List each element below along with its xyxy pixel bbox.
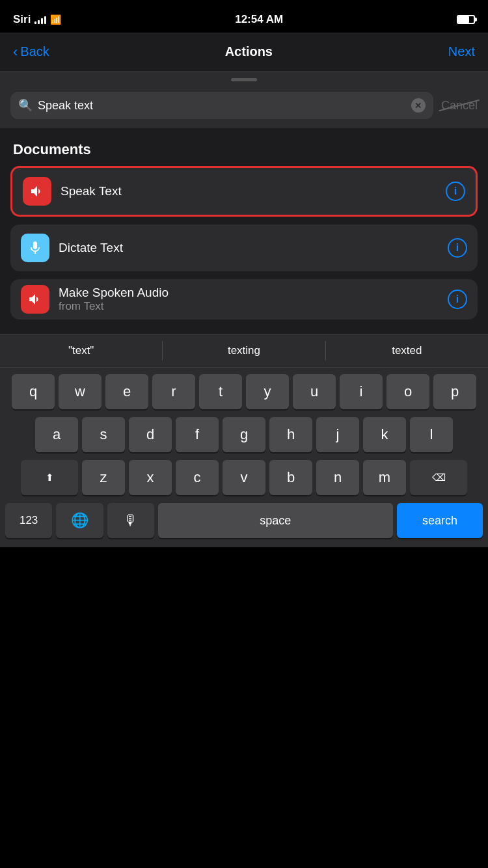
- key-y[interactable]: y: [246, 374, 289, 409]
- key-mic[interactable]: 🎙: [107, 503, 154, 538]
- info-icon: i: [454, 185, 457, 197]
- make-spoken-audio-info-button[interactable]: i: [448, 290, 467, 309]
- cancel-label: Cancel: [441, 99, 478, 112]
- speaker-icon-2: [27, 292, 43, 307]
- key-row-2: a s d f g h j k l: [3, 417, 485, 452]
- key-b[interactable]: b: [269, 460, 312, 495]
- key-shift[interactable]: ⬆: [21, 460, 78, 495]
- bar2: [38, 20, 40, 24]
- content-area: Documents Speak Text i Dictate Text i: [0, 128, 488, 334]
- speak-text-label: Speak Text: [61, 184, 446, 198]
- dictate-text-item[interactable]: Dictate Text i: [10, 224, 478, 271]
- clear-button[interactable]: ✕: [411, 98, 426, 113]
- key-t[interactable]: t: [199, 374, 242, 409]
- sheet-handle: [231, 78, 257, 81]
- battery-icon: [457, 15, 475, 24]
- make-spoken-audio-label: Make Spoken Audio: [59, 286, 448, 300]
- pred-word-2[interactable]: texting: [163, 338, 325, 364]
- key-search[interactable]: search: [397, 503, 483, 538]
- search-input-wrap: 🔍 Speak text ✕: [10, 92, 433, 119]
- key-r[interactable]: r: [152, 374, 195, 409]
- key-a[interactable]: a: [35, 417, 78, 452]
- key-i[interactable]: i: [340, 374, 383, 409]
- key-u[interactable]: u: [293, 374, 336, 409]
- key-l[interactable]: l: [410, 417, 453, 452]
- key-g[interactable]: g: [223, 417, 265, 452]
- status-left: Siri 📶: [13, 13, 61, 26]
- key-x[interactable]: x: [129, 460, 172, 495]
- key-n[interactable]: n: [316, 460, 359, 495]
- nav-bar: ‹ Back Actions Next: [0, 33, 488, 72]
- info-icon-3: i: [456, 293, 459, 305]
- key-row-1: q w e r t y u i o p: [3, 374, 485, 409]
- key-space[interactable]: space: [158, 503, 393, 538]
- key-row-3: ⬆ z x c v b n m ⌫: [3, 460, 485, 495]
- key-z[interactable]: z: [82, 460, 125, 495]
- sheet-handle-area: [0, 72, 488, 85]
- section-title: Documents: [10, 141, 478, 158]
- key-q[interactable]: q: [12, 374, 55, 409]
- key-j[interactable]: j: [316, 417, 359, 452]
- key-v[interactable]: v: [223, 460, 265, 495]
- dictate-text-label: Dictate Text: [59, 241, 448, 255]
- key-row-bottom: 123 🌐 🎙 space search: [3, 503, 485, 538]
- key-h[interactable]: h: [269, 417, 312, 452]
- key-f[interactable]: f: [176, 417, 219, 452]
- key-globe[interactable]: 🌐: [56, 503, 103, 538]
- dictate-text-info-button[interactable]: i: [448, 238, 467, 258]
- status-time: 12:54 AM: [235, 13, 283, 26]
- mic-icon: [27, 240, 43, 256]
- speaker-icon: [29, 183, 45, 199]
- pred-word-3[interactable]: texted: [326, 338, 488, 364]
- dictate-text-icon: [21, 234, 49, 262]
- key-s[interactable]: s: [82, 417, 125, 452]
- cancel-button[interactable]: Cancel: [441, 99, 478, 113]
- key-d[interactable]: d: [129, 417, 172, 452]
- key-m[interactable]: m: [363, 460, 406, 495]
- key-e[interactable]: e: [105, 374, 148, 409]
- key-w[interactable]: w: [59, 374, 102, 409]
- key-p[interactable]: p: [433, 374, 476, 409]
- info-icon-2: i: [456, 242, 459, 254]
- next-button[interactable]: Next: [448, 44, 475, 59]
- back-label: Back: [20, 44, 49, 59]
- search-area: 🔍 Speak text ✕ Cancel: [0, 85, 488, 128]
- status-bar: Siri 📶 12:54 AM: [0, 0, 488, 33]
- make-spoken-audio-label-wrap: Make Spoken Audio from Text: [59, 286, 448, 313]
- key-o[interactable]: o: [386, 374, 429, 409]
- carrier-label: Siri: [13, 13, 31, 26]
- key-k[interactable]: k: [363, 417, 406, 452]
- bar4: [44, 16, 46, 24]
- make-spoken-audio-sublabel: from Text: [59, 300, 448, 313]
- predictive-bar: "text" texting texted: [0, 334, 488, 368]
- speak-text-icon: [23, 177, 51, 206]
- key-c[interactable]: c: [176, 460, 219, 495]
- bar3: [41, 18, 43, 24]
- key-numbers[interactable]: 123: [5, 503, 52, 538]
- speak-text-info-button[interactable]: i: [446, 182, 465, 201]
- back-chevron-icon: ‹: [13, 44, 18, 61]
- make-spoken-audio-icon: [21, 285, 49, 314]
- status-right: [457, 15, 475, 24]
- bar1: [34, 21, 36, 24]
- key-delete[interactable]: ⌫: [410, 460, 467, 495]
- pred-word-1[interactable]: "text": [0, 338, 162, 364]
- make-spoken-audio-item[interactable]: Make Spoken Audio from Text i: [10, 279, 478, 319]
- wifi-icon: 📶: [50, 14, 61, 25]
- signal-bars: [34, 15, 46, 24]
- back-button[interactable]: ‹ Back: [13, 44, 49, 61]
- page-title: Actions: [225, 44, 273, 59]
- keyboard: q w e r t y u i o p a s d f g h j k l ⬆ …: [0, 368, 488, 547]
- search-icon: 🔍: [18, 98, 33, 113]
- search-input[interactable]: Speak text: [38, 99, 406, 113]
- speak-text-item[interactable]: Speak Text i: [10, 166, 478, 217]
- battery-fill: [458, 16, 469, 23]
